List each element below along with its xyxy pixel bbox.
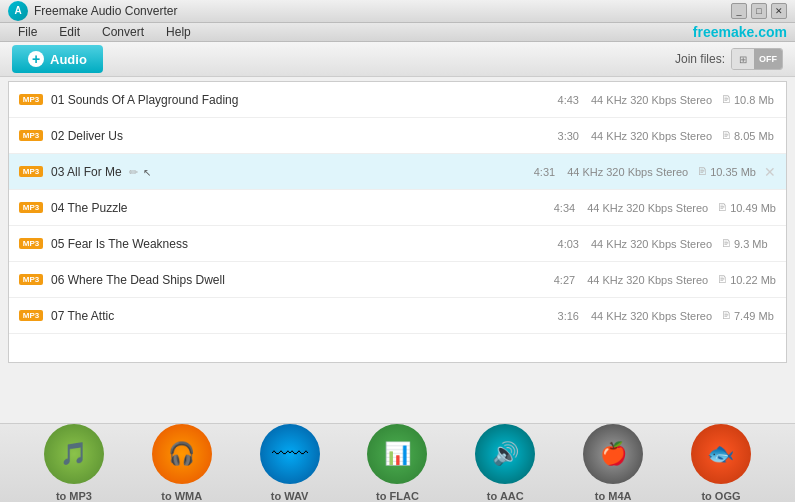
join-toggle[interactable]: ⊞ OFF xyxy=(731,48,783,70)
audio-button-label: Audio xyxy=(50,52,87,67)
title-bar: A Freemake Audio Converter _ □ ✕ xyxy=(0,0,795,23)
menu-edit[interactable]: Edit xyxy=(49,23,90,41)
file-meta: 44 KHz 320 Kbps Stereo xyxy=(587,202,717,214)
convert-flac-label: to FLAC xyxy=(376,490,419,502)
list-area: MP3 01 Sounds Of A Playground Fading 4:4… xyxy=(0,77,795,423)
table-row[interactable]: MP3 01 Sounds Of A Playground Fading 4:4… xyxy=(9,82,786,118)
menu-convert[interactable]: Convert xyxy=(92,23,154,41)
app-window: A Freemake Audio Converter _ □ ✕ File Ed… xyxy=(0,0,795,502)
convert-mp3-label: to MP3 xyxy=(56,490,92,502)
wma-icon: 🎧 xyxy=(152,424,212,484)
file-duration: 4:34 xyxy=(540,202,575,214)
file-size: 🖹 8.05 Mb xyxy=(721,130,776,142)
minimize-button[interactable]: _ xyxy=(731,3,747,19)
file-meta: 44 KHz 320 Kbps Stereo xyxy=(591,238,721,250)
file-name: 01 Sounds Of A Playground Fading xyxy=(51,93,544,107)
toolbar: + Audio Join files: ⊞ OFF xyxy=(0,42,795,77)
file-duration: 4:31 xyxy=(520,166,555,178)
cursor-indicator: ↖ xyxy=(143,167,151,178)
file-name: 03 All For Me ✏ ↖ xyxy=(51,165,520,179)
format-badge: MP3 xyxy=(19,130,43,141)
window-title: Freemake Audio Converter xyxy=(34,4,177,18)
convert-aac-label: to AAC xyxy=(487,490,524,502)
file-duration: 4:27 xyxy=(540,274,575,286)
table-row[interactable]: MP3 07 The Attic 3:16 44 KHz 320 Kbps St… xyxy=(9,298,786,334)
remove-button[interactable]: ✕ xyxy=(764,164,776,180)
file-icon: 🖹 xyxy=(721,94,731,105)
file-icon: 🖹 xyxy=(697,166,707,177)
file-name: 07 The Attic xyxy=(51,309,544,323)
app-logo: A xyxy=(8,1,28,21)
empty-drop-area xyxy=(8,363,787,423)
file-meta: 44 KHz 320 Kbps Stereo xyxy=(591,310,721,322)
close-button[interactable]: ✕ xyxy=(771,3,787,19)
file-name: 06 Where The Dead Ships Dwell xyxy=(51,273,540,287)
convert-to-wma-button[interactable]: 🎧 to WMA xyxy=(152,424,212,502)
file-icon: 🖹 xyxy=(721,238,731,249)
format-badge: MP3 xyxy=(19,202,43,213)
convert-to-m4a-button[interactable]: 🍎 to M4A xyxy=(583,424,643,502)
wav-icon: 〰〰 xyxy=(260,424,320,484)
format-badge: MP3 xyxy=(19,274,43,285)
file-icon: 🖹 xyxy=(721,310,731,321)
file-size: 🖹 10.8 Mb xyxy=(721,94,776,106)
title-bar-left: A Freemake Audio Converter xyxy=(8,1,177,21)
format-badge: MP3 xyxy=(19,238,43,249)
file-name: 02 Deliver Us xyxy=(51,129,544,143)
edit-icon[interactable]: ✏ xyxy=(129,166,138,178)
format-badge: MP3 xyxy=(19,94,43,105)
convert-to-ogg-button[interactable]: 🐟 to OGG xyxy=(691,424,751,502)
file-meta: 44 KHz 320 Kbps Stereo xyxy=(567,166,697,178)
flac-icon: 📊 xyxy=(367,424,427,484)
convert-to-wav-button[interactable]: 〰〰 to WAV xyxy=(260,424,320,502)
file-duration: 4:03 xyxy=(544,238,579,250)
toggle-grid-icon: ⊞ xyxy=(732,49,754,69)
file-meta: 44 KHz 320 Kbps Stereo xyxy=(591,130,721,142)
file-size: 🖹 10.22 Mb xyxy=(717,274,776,286)
file-duration: 3:16 xyxy=(544,310,579,322)
file-size: 🖹 10.49 Mb xyxy=(717,202,776,214)
m4a-icon: 🍎 xyxy=(583,424,643,484)
menu-file[interactable]: File xyxy=(8,23,47,41)
brand-label: freemake.com xyxy=(693,24,787,40)
convert-m4a-label: to M4A xyxy=(595,490,632,502)
table-row[interactable]: MP3 02 Deliver Us 3:30 44 KHz 320 Kbps S… xyxy=(9,118,786,154)
window-controls: _ □ ✕ xyxy=(731,3,787,19)
join-files-label: Join files: xyxy=(675,52,725,66)
convert-wma-label: to WMA xyxy=(161,490,202,502)
convert-ogg-label: to OGG xyxy=(701,490,740,502)
table-row[interactable]: MP3 05 Fear Is The Weakness 4:03 44 KHz … xyxy=(9,226,786,262)
menu-help[interactable]: Help xyxy=(156,23,201,41)
file-duration: 3:30 xyxy=(544,130,579,142)
file-icon: 🖹 xyxy=(721,130,731,141)
convert-wav-label: to WAV xyxy=(271,490,309,502)
format-badge: MP3 xyxy=(19,166,43,177)
file-name: 05 Fear Is The Weakness xyxy=(51,237,544,251)
convert-bar: 🎵 to MP3 🎧 to WMA 〰〰 to WAV 📊 to FLAC 🔊 xyxy=(0,423,795,502)
join-files-control: Join files: ⊞ OFF xyxy=(675,48,783,70)
mp3-icon: 🎵 xyxy=(44,424,104,484)
plus-icon: + xyxy=(28,51,44,67)
toggle-off-label: OFF xyxy=(754,49,782,69)
table-row[interactable]: MP3 04 The Puzzle 4:34 44 KHz 320 Kbps S… xyxy=(9,190,786,226)
table-row[interactable]: MP3 06 Where The Dead Ships Dwell 4:27 4… xyxy=(9,262,786,298)
file-meta: 44 KHz 320 Kbps Stereo xyxy=(591,94,721,106)
table-row[interactable]: MP3 03 All For Me ✏ ↖ 4:31 44 KHz 320 Kb… xyxy=(9,154,786,190)
file-list: MP3 01 Sounds Of A Playground Fading 4:4… xyxy=(8,81,787,363)
file-icon: 🖹 xyxy=(717,274,727,285)
convert-to-mp3-button[interactable]: 🎵 to MP3 xyxy=(44,424,104,502)
file-size: 🖹 9.3 Mb xyxy=(721,238,776,250)
convert-to-aac-button[interactable]: 🔊 to AAC xyxy=(475,424,535,502)
file-duration: 4:43 xyxy=(544,94,579,106)
file-meta: 44 KHz 320 Kbps Stereo xyxy=(587,274,717,286)
convert-to-flac-button[interactable]: 📊 to FLAC xyxy=(367,424,427,502)
file-icon: 🖹 xyxy=(717,202,727,213)
maximize-button[interactable]: □ xyxy=(751,3,767,19)
file-size: 🖹 10.35 Mb xyxy=(697,166,756,178)
file-size: 🖹 7.49 Mb xyxy=(721,310,776,322)
format-badge: MP3 xyxy=(19,310,43,321)
ogg-icon: 🐟 xyxy=(691,424,751,484)
menu-bar: File Edit Convert Help freemake.com xyxy=(0,23,795,43)
add-audio-button[interactable]: + Audio xyxy=(12,45,103,73)
aac-icon: 🔊 xyxy=(475,424,535,484)
